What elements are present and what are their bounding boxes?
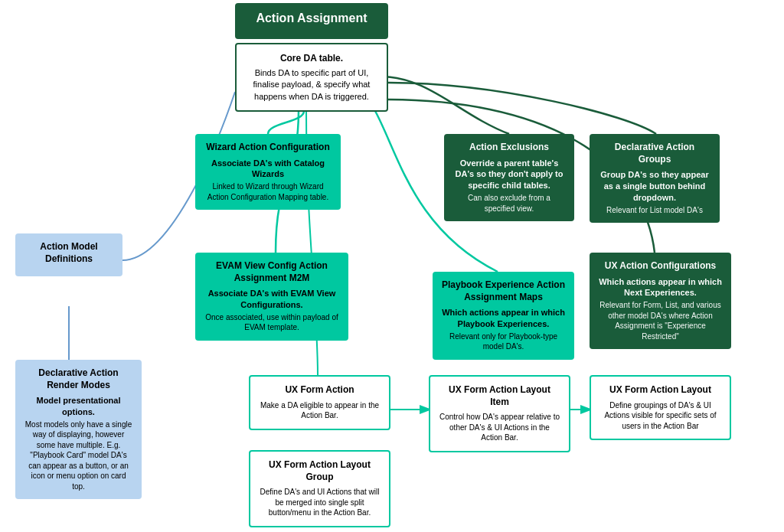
- playbook-title: Playbook Experience Action Assignment Ma…: [442, 279, 565, 303]
- action-assignment-title: Action Assignment: [244, 11, 379, 27]
- ux-form-action-body: Make a DA eligible to appear in the Acti…: [260, 400, 380, 421]
- wizard-title: Wizard Action Configuration: [204, 142, 332, 154]
- action-assignment-header: Action Assignment: [235, 3, 388, 39]
- evam-view-config: EVAM View Config Action Assignment M2M A…: [195, 253, 348, 341]
- action-assignment-body-text: Core DA table. Binds DA to specific part…: [246, 52, 377, 103]
- wizard-body: Associate DA's with Catalog Wizards Link…: [204, 158, 332, 203]
- action-exclusions: Action Exclusions Override a parent tabl…: [444, 134, 574, 221]
- action-assignment-body: Core DA table. Binds DA to specific part…: [235, 43, 388, 112]
- ux-form-layout: UX Form Action Layout Define groupings o…: [590, 375, 731, 440]
- action-model-title: Action Model Definitions: [24, 241, 113, 265]
- ux-action-config: UX Action Configurations Which actions a…: [590, 253, 731, 349]
- da-groups-title: Declarative Action Groups: [599, 142, 710, 165]
- da-render-body: Model presentational options. Most model…: [24, 395, 132, 491]
- exclusions-body: Override a parent table's DA's so they d…: [453, 158, 565, 214]
- diagram-container: Wizard Action Action Assignment Core DA …: [0, 0, 784, 532]
- da-render-title: Declarative Action Render Modes: [24, 367, 132, 391]
- ux-action-config-body: Which actions appear in which Next Exper…: [599, 276, 722, 342]
- playbook-experience: Playbook Experience Action Assignment Ma…: [433, 272, 574, 360]
- action-model-definitions: Action Model Definitions: [15, 233, 122, 276]
- da-render-modes: Declarative Action Render Modes Model pr…: [15, 360, 142, 499]
- ux-form-layout-group: UX Form Action Layout Group Define DA's …: [249, 450, 390, 527]
- da-groups: Declarative Action Groups Group DA's so …: [590, 134, 720, 223]
- da-groups-body: Group DA's so they appear as a single bu…: [599, 169, 710, 215]
- ux-form-layout-group-title: UX Form Action Layout Group: [260, 459, 380, 483]
- ux-form-layout-item: UX Form Action Layout Item Control how D…: [429, 375, 570, 452]
- wizard-action-config: Wizard Action Configuration Associate DA…: [195, 134, 341, 210]
- ux-form-layout-title: UX Form Action Layout: [600, 384, 720, 397]
- playbook-body: Which actions appear in which Playbook E…: [442, 307, 565, 352]
- ux-action-config-title: UX Action Configurations: [599, 260, 722, 273]
- evam-body: Associate DA's with EVAM View Configurat…: [204, 288, 339, 333]
- exclusions-title: Action Exclusions: [453, 142, 565, 154]
- ux-form-layout-item-title: UX Form Action Layout Item: [439, 384, 560, 408]
- ux-form-layout-item-body: Control how DA's appear relative to othe…: [439, 412, 560, 443]
- ux-form-action: UX Form Action Make a DA eligible to app…: [249, 375, 390, 430]
- ux-form-layout-group-body: Define DA's and UI Actions that will be …: [260, 487, 380, 518]
- ux-form-layout-body: Define groupings of DA's & UI Actions vi…: [600, 400, 720, 432]
- ux-form-action-title: UX Form Action: [260, 384, 380, 397]
- evam-title: EVAM View Config Action Assignment M2M: [204, 260, 339, 284]
